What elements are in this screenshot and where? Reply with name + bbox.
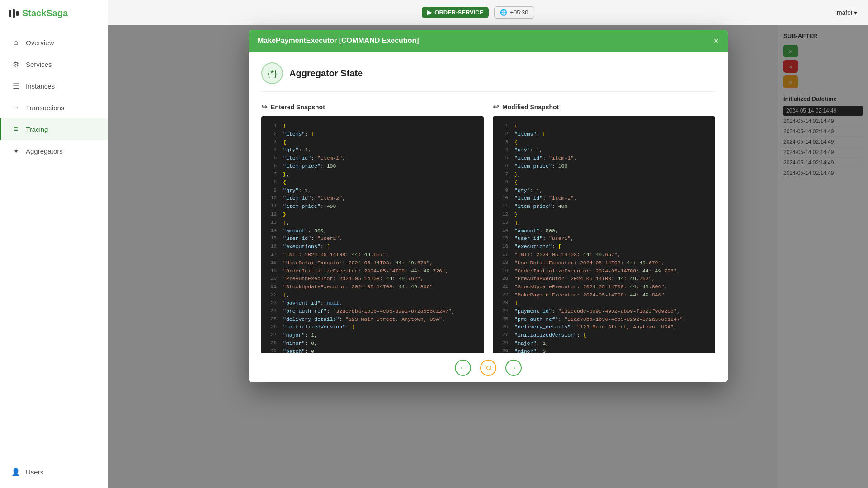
modal-title: MakePaymentExecutor [COMMAND Execution]: [258, 37, 419, 45]
code-line: 11 "item_price": 400: [269, 202, 476, 211]
logo-icon: [9, 9, 19, 18]
modal-header: MakePaymentExecutor [COMMAND Execution] …: [249, 30, 728, 52]
aggregators-icon: ✦: [11, 146, 20, 155]
prev-button[interactable]: ←: [455, 360, 471, 376]
code-line: 12 }: [500, 211, 708, 219]
entered-snapshot-code: 1 { 2 "items": [ 3 { 4 "qty": 1, 5 "item…: [261, 116, 484, 353]
sidebar-item-users[interactable]: 👤 Users: [10, 463, 98, 481]
code-line: 9 "qty": 1,: [500, 187, 708, 195]
modified-snapshot-code: 1 { 2 "items": [ 3 { 4 "qty": 1, 5 "item…: [493, 116, 715, 353]
aggregator-title: Aggregator State: [289, 68, 363, 79]
code-line: 17 "INIT: 2024-05-14T08: 44: 49.657",: [269, 251, 476, 259]
topbar-user[interactable]: mafei ▾: [837, 9, 857, 16]
code-line: 18 "UserDetailExecutor: 2024-05-14T08: 4…: [500, 259, 708, 267]
code-line: 28 "minor": 0,: [269, 339, 476, 347]
sidebar-item-label: Transactions: [26, 104, 64, 112]
code-line: 27 "major": 1,: [269, 331, 476, 339]
modal-overlay: MakePaymentExecutor [COMMAND Execution] …: [108, 25, 868, 488]
code-line: 14 "amount": 500,: [269, 227, 476, 235]
sidebar-item-label: Tracing: [26, 126, 48, 133]
sidebar-item-services[interactable]: ⚙ Services: [0, 53, 108, 75]
code-line: 13 ],: [269, 219, 476, 227]
entered-snapshot-panel: ↪ Entered Snapshot 1 { 2 "items": [ 3 { …: [261, 103, 484, 353]
code-line: 1 {: [269, 122, 476, 130]
globe-icon: 🌐: [500, 9, 507, 16]
code-line: 7 },: [500, 170, 708, 178]
snapshots-row: ↪ Entered Snapshot 1 { 2 "items": [ 3 { …: [261, 103, 715, 353]
topbar-center: ▶ ORDER-SERVICE 🌐 +05:30: [422, 6, 534, 19]
exit-icon: ↩: [493, 103, 499, 111]
code-line: 1 {: [500, 122, 708, 130]
code-line: 29 "patch": 0: [269, 347, 476, 353]
topbar: ▶ ORDER-SERVICE 🌐 +05:30 mafei ▾: [108, 0, 868, 25]
sidebar-item-transactions[interactable]: ↔ Transactions: [0, 97, 108, 118]
users-icon: 👤: [11, 467, 20, 476]
code-line: 2 "items": [: [500, 130, 708, 138]
code-line: 6 "item_price": 100: [500, 162, 708, 170]
sidebar-item-overview[interactable]: ⌂ Overview: [0, 32, 108, 53]
content-area: SUB-AFTER » » » Initialized Datetime 202…: [108, 25, 868, 488]
aggregator-header: {*} Aggregator State: [261, 62, 715, 92]
code-line: 21 "StockUpdateExecutor: 2024-05-14T08: …: [269, 283, 476, 291]
modal: MakePaymentExecutor [COMMAND Execution] …: [249, 30, 728, 382]
time-value: +05:30: [510, 9, 528, 16]
sidebar-bottom: 👤 Users: [0, 455, 108, 488]
code-line: 5 "item_id": "item-1",: [269, 154, 476, 162]
refresh-button[interactable]: ↻: [480, 360, 496, 376]
instances-icon: ☰: [11, 81, 20, 90]
code-line: 16 "executions": [: [269, 243, 476, 251]
transactions-icon: ↔: [11, 103, 20, 112]
sidebar-nav: ⌂ Overview ⚙ Services ☰ Instances ↔ Tran…: [0, 27, 108, 455]
next-button[interactable]: →: [505, 360, 522, 376]
code-line: 22 "MakePaymentExecutor: 2024-05-14T08: …: [500, 291, 708, 299]
logo-text: StackSaga: [22, 8, 68, 19]
code-line: 10 "item_id": "item-2",: [269, 194, 476, 202]
code-line: 26 "delivery_details": "123 Main Street,…: [500, 323, 708, 331]
aggregator-icon: {*}: [261, 62, 283, 84]
sidebar-item-aggregators[interactable]: ✦ Aggregators: [0, 140, 108, 162]
code-line: 15 "user_id": "user1",: [500, 235, 708, 243]
code-line: 4 "qty": 1,: [269, 146, 476, 154]
code-line: 11 "item_price": 400: [500, 202, 708, 211]
code-line: 13 ],: [500, 219, 708, 227]
modal-close-button[interactable]: ×: [713, 36, 719, 45]
code-line: 20 "PreAuthExecutor: 2024-05-14T08: 44: …: [269, 275, 476, 283]
logo: StackSaga: [0, 0, 108, 27]
sidebar-item-label: Users: [26, 468, 43, 476]
code-line: 3 {: [500, 138, 708, 146]
modified-snapshot-label: ↩ Modified Snapshot: [493, 103, 715, 111]
code-line: 8 {: [269, 178, 476, 187]
code-line: 24 "payment_id": "132ce8dc-b09c-4932-ab0…: [500, 307, 708, 315]
enter-icon: ↪: [261, 103, 267, 111]
services-icon: ⚙: [11, 60, 20, 69]
code-line: 12 }: [269, 211, 476, 219]
code-line: 21 "StockUpdateExecutor: 2024-05-14T08: …: [500, 283, 708, 291]
code-line: 2 "items": [: [269, 130, 476, 138]
sidebar: StackSaga ⌂ Overview ⚙ Services ☰ Instan…: [0, 0, 108, 488]
code-line: 5 "item_id": "item-1",: [500, 154, 708, 162]
code-line: 3 {: [269, 138, 476, 146]
code-line: 7 },: [269, 170, 476, 178]
code-line: 17 "INIT: 2024-05-14T08: 44: 49.657",: [500, 251, 708, 259]
code-line: 27 "initializedVersion": {: [500, 331, 708, 339]
code-line: 23 "payment_id": null,: [269, 299, 476, 307]
sidebar-item-tracing[interactable]: ≡ Tracing: [0, 118, 108, 140]
code-line: 19 "OrderInitializeExecutor: 2024-05-14T…: [500, 267, 708, 275]
code-line: 4 "qty": 1,: [500, 146, 708, 154]
modal-body: {*} Aggregator State ↪ Entered Snapshot: [249, 52, 728, 353]
service-badge[interactable]: ▶ ORDER-SERVICE: [422, 7, 489, 18]
code-line: 18 "UserDetailExecutor: 2024-05-14T08: 4…: [269, 259, 476, 267]
time-badge: 🌐 +05:30: [494, 6, 534, 19]
code-line: 23 ],: [500, 299, 708, 307]
code-line: 25 "pre_auth_ref": "32ac78ba-1b36-4eb5-8…: [500, 315, 708, 324]
code-line: 6 "item_price": 100: [269, 162, 476, 170]
modal-footer: ← ↻ →: [249, 353, 728, 382]
service-name: ORDER-SERVICE: [434, 9, 483, 16]
service-play-icon: ▶: [427, 9, 432, 16]
sidebar-item-instances[interactable]: ☰ Instances: [0, 75, 108, 97]
code-line: 16 "executions": [: [500, 243, 708, 251]
modified-snapshot-panel: ↩ Modified Snapshot 1 { 2 "items": [ 3 {…: [493, 103, 715, 353]
tracing-icon: ≡: [11, 125, 20, 134]
code-line: 8 {: [500, 178, 708, 187]
sidebar-item-label: Services: [26, 61, 52, 68]
